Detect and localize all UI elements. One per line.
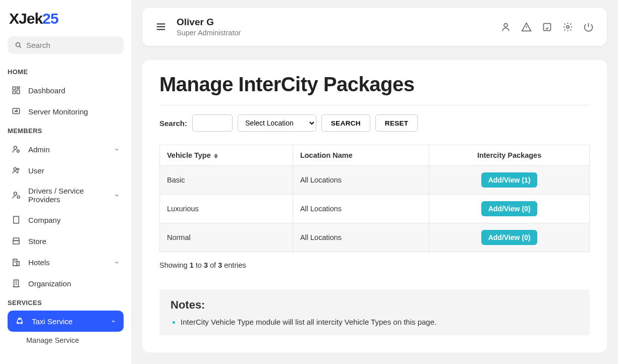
sidebar-subitem-manage-service[interactable]: Manage Service: [0, 332, 131, 349]
reset-button[interactable]: RESET: [375, 114, 418, 132]
entries-mid1: to: [194, 261, 204, 269]
entries-suffix: entries: [222, 261, 246, 269]
search-button[interactable]: SEARCH: [321, 114, 370, 132]
cell-action: Add/View (1): [429, 166, 590, 195]
sidebar-label: Server Monitoring: [28, 107, 120, 116]
packages-table: Vehicle Type Location Name Intercity Pac…: [159, 145, 590, 252]
entries-mid2: of: [208, 261, 218, 269]
cell-location: All Locations: [293, 195, 429, 223]
sidebar: XJek25 HOME Dashboard Server Monitoring …: [0, 0, 131, 364]
monitor-icon: [11, 106, 21, 116]
add-view-button[interactable]: Add/View (0): [481, 201, 538, 216]
sidebar-item-company[interactable]: Company: [0, 209, 131, 230]
sort-icon: [214, 154, 218, 158]
svg-rect-3: [17, 87, 20, 88]
users-icon: [11, 165, 21, 175]
cell-action: Add/View (0): [429, 195, 590, 223]
main-area: Oliver G Super Administrator: [131, 0, 618, 364]
entries-total: 3: [218, 261, 222, 269]
topbar: Oliver G Super Administrator: [142, 8, 607, 46]
notes-item: InterCity Vehicle Type module will list …: [181, 318, 579, 326]
cell-action: Add/View (0): [429, 223, 590, 252]
notes-title: Notes:: [171, 298, 579, 312]
add-view-button[interactable]: Add/View (0): [481, 230, 538, 245]
section-members: MEMBERS: [0, 122, 131, 139]
entries-info: Showing 1 to 3 of 3 entries: [159, 261, 590, 269]
chevron-down-icon: [114, 147, 120, 152]
sidebar-item-drivers[interactable]: Drivers / Service Providers: [0, 181, 131, 209]
sidebar-label: Organization: [28, 279, 120, 288]
notes-panel: Notes: InterCity Vehicle Type module wil…: [159, 289, 590, 335]
svg-point-11: [14, 192, 17, 195]
topbar-icons: [500, 22, 594, 32]
hotel-icon: [11, 257, 21, 267]
brand-logo: XJek25: [0, 10, 131, 36]
sidebar-item-organization[interactable]: Organization: [0, 273, 131, 294]
sidebar-item-user[interactable]: User: [0, 160, 131, 181]
table-row: LuxuriousAll LocationsAdd/View (0): [160, 195, 590, 223]
sidebar-item-hotels[interactable]: Hotels: [0, 252, 131, 273]
add-view-button[interactable]: Add/View (1): [481, 172, 538, 188]
chevron-up-icon: [110, 319, 117, 324]
cell-vehicle-type: Basic: [160, 166, 293, 195]
col-vehicle-type[interactable]: Vehicle Type: [160, 145, 293, 166]
user-name: Oliver G: [177, 17, 490, 28]
sidebar-label: Company: [28, 216, 120, 224]
table-row: NormalAll LocationsAdd/View (0): [160, 223, 590, 252]
section-services: SERVICES: [0, 294, 131, 311]
sidebar-item-taxi-service[interactable]: Taxi Service: [8, 311, 124, 332]
hamburger-button[interactable]: [155, 21, 166, 32]
cell-location: All Locations: [293, 223, 429, 252]
cell-location: All Locations: [293, 166, 429, 195]
profile-icon[interactable]: [500, 22, 511, 32]
page-title: Manage InterCity Packages: [159, 73, 590, 105]
sidebar-label: Drivers / Service Providers: [28, 187, 107, 204]
sidebar-item-admin[interactable]: Admin: [0, 139, 131, 160]
building-icon: [11, 215, 21, 225]
notes-list: InterCity Vehicle Type module will list …: [181, 318, 579, 326]
location-select[interactable]: Select Location: [238, 114, 316, 132]
svg-rect-13: [14, 216, 19, 223]
svg-rect-4: [17, 90, 20, 94]
svg-rect-12: [17, 196, 20, 199]
user-block: Oliver G Super Administrator: [177, 17, 490, 37]
col-label: Vehicle Type: [167, 151, 211, 159]
sidebar-item-server-monitoring[interactable]: Server Monitoring: [0, 101, 131, 122]
power-icon[interactable]: [583, 22, 594, 32]
svg-point-40: [567, 25, 569, 28]
driver-icon: [11, 190, 21, 200]
sidebar-search[interactable]: [8, 36, 124, 54]
svg-rect-32: [19, 318, 21, 319]
col-location: Location Name: [293, 145, 429, 166]
entries-to: 3: [204, 261, 208, 269]
dashboard-icon: [11, 85, 21, 95]
sidebar-label: Dashboard: [28, 86, 120, 95]
sidebar-label: Admin: [28, 145, 107, 154]
user-role: Super Administrator: [177, 29, 490, 37]
search-input[interactable]: [192, 114, 233, 132]
brand-text-b: 25: [42, 10, 58, 27]
content-card: Manage InterCity Packages Search: Select…: [142, 60, 607, 352]
sidebar-label: User: [28, 166, 120, 175]
sidebar-search-input[interactable]: [26, 41, 117, 49]
sidebar-item-dashboard[interactable]: Dashboard: [0, 80, 131, 101]
taxi-icon: [15, 316, 25, 326]
sidebar-label: Hotels: [28, 258, 107, 267]
entries-prefix: Showing: [159, 261, 190, 269]
settings-icon[interactable]: [563, 22, 573, 32]
table-header-row: Vehicle Type Location Name Intercity Pac…: [160, 145, 590, 166]
note-icon[interactable]: [542, 22, 552, 32]
search-row: Search: Select Location SEARCH RESET: [159, 114, 590, 132]
search-label: Search:: [159, 119, 187, 128]
admin-icon: [11, 144, 21, 154]
alert-icon[interactable]: [521, 22, 532, 32]
svg-rect-39: [544, 23, 551, 30]
svg-point-36: [504, 23, 508, 27]
table-row: BasicAll LocationsAdd/View (1): [160, 166, 590, 195]
section-home: HOME: [0, 63, 131, 80]
sidebar-item-store[interactable]: Store: [0, 230, 131, 252]
brand-text-a: XJek: [9, 10, 42, 27]
svg-line-1: [20, 46, 21, 48]
svg-point-7: [14, 146, 17, 149]
chevron-down-icon: [114, 193, 120, 198]
